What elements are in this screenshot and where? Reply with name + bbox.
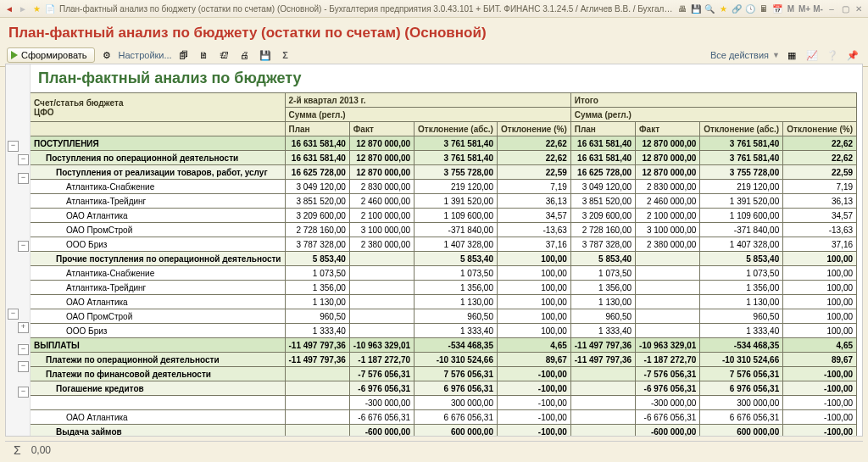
cell-plan: 3 851 520,00 — [285, 194, 349, 209]
sigma-label: Σ — [14, 443, 21, 457]
star-icon[interactable]: ★ — [717, 3, 729, 14]
cell-plan: 3 787 328,00 — [285, 237, 349, 252]
table-row[interactable]: -300 000,00300 000,00-100,00-300 000,003… — [31, 396, 857, 410]
row-label: Атлантика-Трейдинг — [31, 194, 286, 209]
link-icon[interactable]: 🔗 — [731, 3, 743, 14]
help-icon[interactable]: ❔ — [824, 47, 841, 64]
collapse-btn[interactable]: − — [8, 309, 19, 320]
cell-plan: 16 631 581,40 — [285, 136, 349, 151]
cell-tplan: 3 209 600,00 — [570, 209, 635, 223]
min-icon[interactable]: – — [826, 3, 837, 14]
mem-mp[interactable]: M+ — [798, 3, 810, 14]
cell-tplan: 2 728 160,00 — [570, 223, 635, 237]
chart-icon[interactable]: 📈 — [804, 47, 821, 64]
table-row[interactable]: ОАО ПромСтрой960,50960,50100,00960,50960… — [31, 309, 857, 324]
print-icon[interactable]: 🖶 — [676, 3, 688, 14]
table-row[interactable]: Атлантика-Снабжение1 073,501 073,50100,0… — [31, 266, 857, 281]
cell-tdevabs: 1 130,00 — [700, 295, 783, 309]
tb-icon-1[interactable]: 🗐 — [175, 47, 192, 64]
max-icon[interactable]: ▢ — [839, 3, 851, 14]
row-label: Атлантика-Снабжение — [31, 180, 286, 194]
mem-mm[interactable]: M- — [812, 3, 824, 14]
collapse-btn[interactable]: − — [18, 361, 29, 372]
row-label: ООО Бриз — [31, 324, 286, 338]
cell-tplan: -11 497 797,36 — [570, 338, 635, 353]
pin-icon[interactable]: 📌 — [844, 47, 861, 64]
cell-tfact — [636, 309, 700, 324]
cell-tfact — [636, 324, 700, 338]
table-row[interactable]: ООО Бриз1 333,401 333,40100,001 333,401 … — [31, 324, 857, 338]
cell-devpct: 100,00 — [497, 295, 570, 309]
cell-tplan: 3 851 520,00 — [570, 194, 635, 209]
collapse-btn[interactable]: − — [18, 154, 29, 165]
cell-tfact: -6 976 056,31 — [636, 381, 700, 396]
table-row[interactable]: ОАО Атлантика1 130,001 130,00100,001 130… — [31, 295, 857, 309]
cell-fact: 2 830 000,00 — [349, 180, 414, 194]
cell-devabs: 7 576 056,31 — [415, 367, 498, 381]
table-row[interactable]: Погашение кредитов-6 976 056,316 976 056… — [31, 381, 857, 396]
cell-tplan: 16 631 581,40 — [570, 136, 635, 151]
cell-fact: -1 187 272,70 — [349, 353, 414, 367]
all-actions-button[interactable]: Все действия ▼ — [710, 50, 780, 60]
table-row[interactable]: Платежи по операционной деятельности-11 … — [31, 353, 857, 367]
cell-tdevpct: -100,00 — [783, 381, 857, 396]
tb-icon-3[interactable]: 🖅 — [216, 47, 233, 64]
collapse-btn[interactable]: − — [18, 241, 29, 252]
table-row[interactable]: Атлантика-Трейдинг3 851 520,002 460 000,… — [31, 194, 857, 209]
tb-icon-5[interactable]: 💾 — [257, 47, 274, 64]
cell-fact: 3 100 000,00 — [349, 223, 414, 237]
table-row[interactable]: Атлантика-Трейдинг1 356,001 356,00100,00… — [31, 281, 857, 295]
clock-icon[interactable]: 🕓 — [744, 3, 756, 14]
tb-icon-2[interactable]: 🗎 — [196, 47, 213, 64]
cell-devabs: 1 073,50 — [415, 266, 498, 281]
favorite-icon[interactable]: ★ — [31, 3, 42, 14]
cell-tplan: 960,50 — [570, 309, 635, 324]
collapse-btn[interactable]: − — [18, 173, 29, 184]
grid-icon[interactable]: ▦ — [783, 47, 800, 64]
table-row[interactable]: ВЫПЛАТЫ-11 497 797,36-10 963 329,01-534 … — [31, 338, 857, 353]
expand-btn[interactable]: + — [18, 322, 29, 333]
row-label: Платежи по финансовой деятельности — [31, 367, 286, 381]
form-button[interactable]: Сформировать — [7, 47, 95, 63]
tb-icon-4[interactable]: 🖨 — [236, 47, 253, 64]
cell-devpct: 22,59 — [497, 165, 570, 180]
cell-fact — [349, 281, 414, 295]
collapse-btn[interactable]: − — [18, 344, 29, 355]
table-row[interactable]: Платежи по финансовой деятельности-7 576… — [31, 367, 857, 381]
cal-icon[interactable]: 📅 — [771, 3, 783, 14]
app-icon: 📄 — [44, 3, 56, 14]
table-row[interactable]: ПОСТУПЛЕНИЯ16 631 581,4012 870 000,003 7… — [31, 136, 857, 151]
cell-plan — [285, 396, 349, 410]
cell-devpct: 100,00 — [497, 252, 570, 266]
table-row[interactable]: Атлантика-Снабжение3 049 120,002 830 000… — [31, 180, 857, 194]
nav-fwd-icon[interactable]: ► — [17, 3, 29, 14]
nav-back-icon[interactable]: ◄ — [3, 3, 15, 14]
table-row[interactable]: Выдача займов-600 000,00600 000,00-100,0… — [31, 425, 857, 437]
close-icon[interactable]: ✕ — [853, 3, 865, 14]
cell-tdevabs: 300 000,00 — [700, 396, 783, 410]
calc-icon[interactable]: 🖩 — [758, 3, 770, 14]
search-icon[interactable]: 🔍 — [704, 3, 715, 14]
cell-devpct: 37,16 — [497, 237, 570, 252]
save-icon[interactable]: 💾 — [690, 3, 702, 14]
mem-m[interactable]: M — [785, 3, 797, 14]
table-row[interactable]: Прочие поступления по операционной деяте… — [31, 252, 857, 266]
table-row[interactable]: ОАО ПромСтрой2 728 160,003 100 000,00-37… — [31, 223, 857, 237]
collapse-btn[interactable]: − — [18, 387, 29, 398]
cell-tplan — [570, 410, 635, 425]
settings-icon[interactable]: ⚙ — [98, 47, 115, 64]
settings-link[interactable]: Настройки... — [119, 50, 172, 60]
table-row[interactable]: Поступления от реализации товаров, работ… — [31, 165, 857, 180]
sum-icon[interactable]: Σ — [277, 47, 294, 64]
cell-tdevpct: 100,00 — [783, 252, 857, 266]
collapse-btn[interactable]: − — [8, 141, 19, 152]
table-row[interactable]: Поступления по операционной деятельности… — [31, 151, 857, 165]
table-row[interactable]: ООО Бриз3 787 328,002 380 000,001 407 32… — [31, 237, 857, 252]
cell-plan: 2 728 160,00 — [285, 223, 349, 237]
cell-tdevabs: 6 976 056,31 — [700, 381, 783, 396]
hdr-devpct2: Отклонение (%) — [783, 122, 857, 136]
table-row[interactable]: ОАО Атлантика3 209 600,002 100 000,001 1… — [31, 209, 857, 223]
report-main: − − − − − + − − − План-фактный анализ по… — [5, 64, 863, 437]
cell-fact — [349, 266, 414, 281]
table-row[interactable]: ОАО Атлантика-6 676 056,316 676 056,31-1… — [31, 410, 857, 425]
